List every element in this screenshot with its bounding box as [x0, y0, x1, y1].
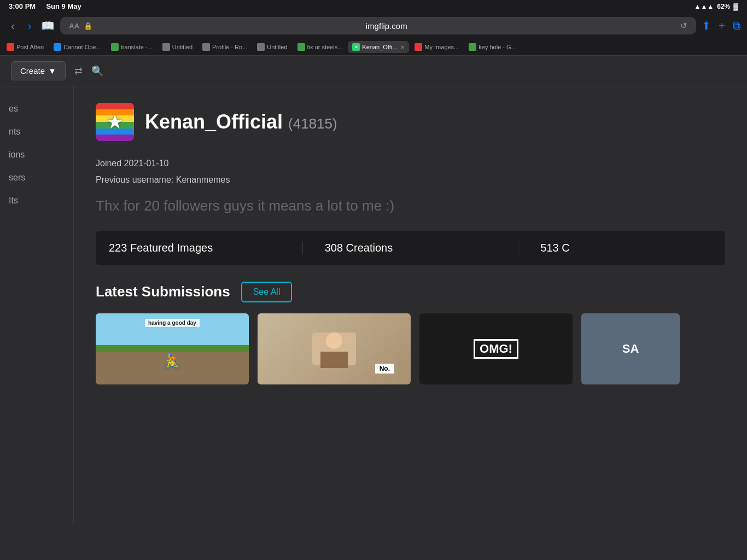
tab-label: Cannot Ope... — [63, 44, 101, 50]
search-icon[interactable]: 🔍 — [91, 65, 103, 77]
tab-profile[interactable]: Profile - Ro... — [198, 41, 252, 53]
tab-my-images[interactable]: My Images... — [410, 41, 463, 53]
page-layout: es nts ions sers Its — [0, 86, 747, 524]
creations-label: Creations — [346, 242, 393, 254]
reload-icon[interactable]: ↺ — [680, 21, 687, 31]
sidebar-item-nts[interactable]: nts — [0, 120, 73, 143]
shuffle-icon[interactable]: ⇄ — [74, 65, 83, 77]
meme-grid: having a good day 🚴 No. OMG! — [96, 313, 725, 384]
tab-favicon-blue — [54, 43, 61, 51]
stripe-red — [96, 103, 134, 109]
sidebar-label: nts — [9, 127, 20, 136]
bike-emoji: 🚴 — [163, 353, 182, 371]
tab-favicon-google3 — [469, 43, 476, 51]
featured-count: 223 — [109, 242, 127, 254]
stats-bar: 223 Featured Images 308 Creations 513 C — [96, 231, 725, 265]
aa-label: AA — [69, 22, 79, 30]
tab-label: Post Atten — [16, 44, 44, 50]
star-icon: ★ — [106, 112, 124, 132]
avatar-rainbow: ★ — [96, 103, 134, 141]
tab-favicon-google2 — [297, 43, 305, 51]
stat-partial[interactable]: 513 C — [540, 242, 712, 254]
meme-thumb-4[interactable]: SA — [581, 313, 680, 384]
tab-label: My Images... — [424, 44, 459, 50]
tab-label: Untitled — [267, 44, 287, 50]
create-label: Create — [20, 66, 45, 75]
meme-thumb-2[interactable]: No. — [258, 313, 411, 384]
username-text: Kenan_Official — [145, 110, 283, 133]
tab-close-icon[interactable]: ✕ — [400, 44, 405, 50]
create-button[interactable]: Create ▼ — [11, 61, 66, 80]
tabs-button[interactable]: ⧉ — [733, 20, 740, 32]
stripe-purple — [96, 135, 134, 141]
tab-kenan-official[interactable]: ✕ Kenan_Offi... ✕ — [348, 41, 409, 53]
profile-name-section: Kenan_Official (41815) — [145, 110, 337, 133]
tab-translate[interactable]: translate -... — [107, 41, 157, 53]
tab-label: Profile - Ro... — [212, 44, 247, 50]
sidebar-item-ions[interactable]: ions — [0, 143, 73, 166]
tab-favicon-imgflip: ✕ — [352, 43, 360, 51]
sidebar: es nts ions sers Its — [0, 86, 74, 524]
tab-keyhole[interactable]: key hole - G... — [464, 41, 520, 53]
url-text[interactable]: imgflip.com — [97, 21, 676, 31]
lock-icon: 🔒 — [84, 22, 92, 30]
new-tab-button[interactable]: + — [719, 20, 725, 32]
svg-point-1 — [326, 332, 342, 349]
tab-favicon-red — [7, 43, 14, 51]
tab-label: Untitled — [172, 44, 192, 50]
stat-featured-images[interactable]: 223 Featured Images — [109, 242, 303, 254]
main-content: ★ Kenan_Official (41815) Joined 2021-01-… — [74, 86, 747, 524]
see-all-button[interactable]: See All — [241, 282, 293, 302]
tab-post-atten[interactable]: Post Atten — [2, 41, 48, 53]
profile-score: (41815) — [288, 115, 337, 132]
profile-info: Joined 2021-01-10 Previous username: Ken… — [96, 158, 725, 186]
wifi-icon: ▲▲▲ — [695, 3, 714, 10]
meme-thumb-3[interactable]: OMG! — [419, 313, 573, 384]
section-header: Latest Submissions See All — [96, 282, 725, 302]
battery-icon: ▓ — [733, 3, 738, 10]
meme-caption-1: having a good day — [145, 319, 200, 327]
site-toolbar: Create ▼ ⇄ 🔍 — [0, 56, 747, 86]
tab-favicon-gray — [162, 43, 170, 51]
tab-untitled-2[interactable]: Untitled — [253, 41, 291, 53]
meme-illustration-2 — [301, 322, 367, 376]
tab-label: fix ur steels... — [307, 44, 343, 50]
sidebar-item-es[interactable]: es — [0, 97, 73, 120]
meme-caption-3: OMG! — [474, 339, 518, 359]
address-bar[interactable]: AA 🔒 imgflip.com ↺ — [60, 17, 696, 34]
tab-label: Kenan_Offi... — [362, 44, 397, 50]
tab-favicon-gray2 — [202, 43, 210, 51]
date-display: Sun 9 May — [46, 2, 81, 10]
tab-cannot-ope[interactable]: Cannot Ope... — [49, 41, 106, 53]
share-button[interactable]: ⬆ — [702, 19, 711, 32]
stat-creations[interactable]: 308 Creations — [325, 242, 519, 254]
partial-label: C — [562, 242, 569, 254]
tab-label: key hole - G... — [478, 44, 516, 50]
tab-favicon-google — [111, 43, 119, 51]
sidebar-item-sers[interactable]: sers — [0, 166, 73, 189]
nav-arrows: ‹ › — [7, 18, 36, 34]
profile-bio: Thx for 20 followers guys it means a lot… — [96, 197, 725, 214]
browser-actions: ⬆ + ⧉ — [702, 19, 740, 32]
battery-display: 62% — [717, 3, 730, 10]
profile-name: Kenan_Official (41815) — [145, 110, 337, 133]
tab-untitled-1[interactable]: Untitled — [158, 41, 197, 53]
time-display: 3:00 PM — [9, 2, 36, 10]
section-title: Latest Submissions — [96, 283, 230, 300]
sidebar-label: Its — [9, 196, 18, 205]
bookmark-icon[interactable]: 📖 — [41, 19, 55, 32]
sidebar-item-its[interactable]: Its — [0, 189, 73, 212]
profile-header: ★ Kenan_Official (41815) — [96, 103, 725, 141]
nav-bar: ‹ › 📖 AA 🔒 imgflip.com ↺ ⬆ + ⧉ — [0, 13, 747, 39]
meme-thumb-1[interactable]: having a good day 🚴 — [96, 313, 249, 384]
meme-caption-4: SA — [622, 342, 639, 356]
avatar: ★ — [96, 103, 134, 141]
sidebar-label: sers — [9, 173, 25, 182]
tab-label: translate -... — [121, 44, 153, 50]
svg-rect-2 — [320, 352, 348, 368]
tab-fix-steels[interactable]: fix ur steels... — [293, 41, 347, 53]
joined-date: Joined 2021-01-10 — [96, 158, 725, 170]
forward-button[interactable]: › — [24, 18, 36, 34]
back-button[interactable]: ‹ — [7, 18, 19, 34]
partial-count: 513 — [540, 242, 558, 254]
